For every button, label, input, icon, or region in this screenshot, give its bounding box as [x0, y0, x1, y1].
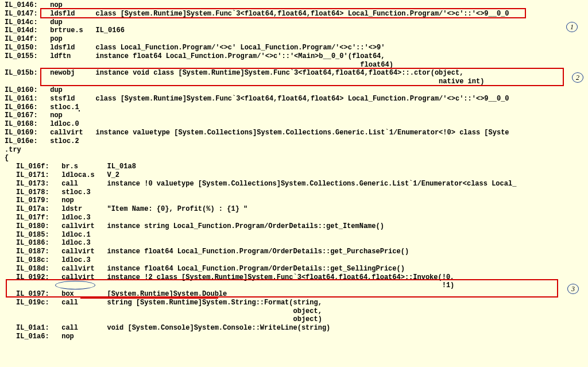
code-line: IL_019c: call string [System.Runtime]Sys… [5, 299, 588, 307]
code-line: !1) [5, 281, 588, 290]
code-line: IL_01a1: call void [System.Console]Syste… [5, 324, 588, 333]
code-line: IL_015b: newobj instance void class [Sys… [5, 69, 588, 78]
code-line: IL_017a: ldstr "Item Name: {0}, Profit(%… [5, 205, 588, 214]
code-line: IL_0168: ldloc.0 [5, 120, 588, 129]
code-line: IL_0197: box [System.Runtime]System.Doub… [5, 290, 588, 299]
code-line: IL_0171: ldloca.s V_2 [5, 171, 588, 180]
code-line: IL_0147: ldsfld class [System.Runtime]Sy… [5, 10, 588, 18]
code-line: IL_014c: dup [5, 18, 588, 27]
code-line: IL_01a6: nop [5, 333, 588, 341]
code-line: IL_0146: nop [5, 1, 588, 10]
code-line: native int) [5, 78, 588, 86]
code-line: IL_0173: call instance !0 valuetype [Sys… [5, 180, 588, 188]
code-line: float64) [5, 61, 588, 69]
code-line: IL_017f: ldloc.3 [5, 214, 588, 222]
code-line: IL_0186: ldloc.3 [5, 239, 588, 248]
code-line: IL_0166: stloc.1 [5, 103, 588, 112]
code-line: object) [5, 315, 588, 324]
code-line: { [5, 154, 588, 163]
code-line: IL_0178: stloc.3 [5, 188, 588, 197]
code-line: IL_0187: callvirt instance float64 Local… [5, 248, 588, 256]
code-line: .try [5, 146, 588, 154]
code-line: IL_014d: brtrue.s IL_0166 [5, 26, 588, 35]
code-line: IL_016e: stloc.2 [5, 137, 588, 146]
code-line: object, [5, 307, 588, 316]
code-line: IL_0180: callvirt instance string Local_… [5, 222, 588, 231]
code-line: IL_0150: ldsfld class Local_Function.Pro… [5, 44, 588, 52]
il-code-listing: IL_0146: nop IL_0147: ldsfld class [Syst… [5, 1, 588, 341]
code-line: IL_0192: callvirt instance !2 class [Sys… [5, 273, 588, 282]
code-line: IL_014f: pop [5, 35, 588, 44]
code-line: IL_0161: stsfld class [System.Runtime]Sy… [5, 95, 588, 103]
code-line: IL_016f: br.s IL_01a8 [5, 163, 588, 171]
code-line: IL_0169: callvirt instance valuetype [Sy… [5, 129, 588, 137]
code-line: IL_018d: callvirt instance float64 Local… [5, 265, 588, 273]
code-line: IL_018c: ldloc.3 [5, 256, 588, 265]
code-line: IL_0185: ldloc.1 [5, 231, 588, 239]
code-line: IL_0167: nop [5, 111, 588, 120]
code-line: IL_0155: ldftn instance float64 Local_Fu… [5, 52, 588, 61]
code-line: IL_0179: nop [5, 196, 588, 205]
code-line: IL_0160: dup [5, 86, 588, 95]
